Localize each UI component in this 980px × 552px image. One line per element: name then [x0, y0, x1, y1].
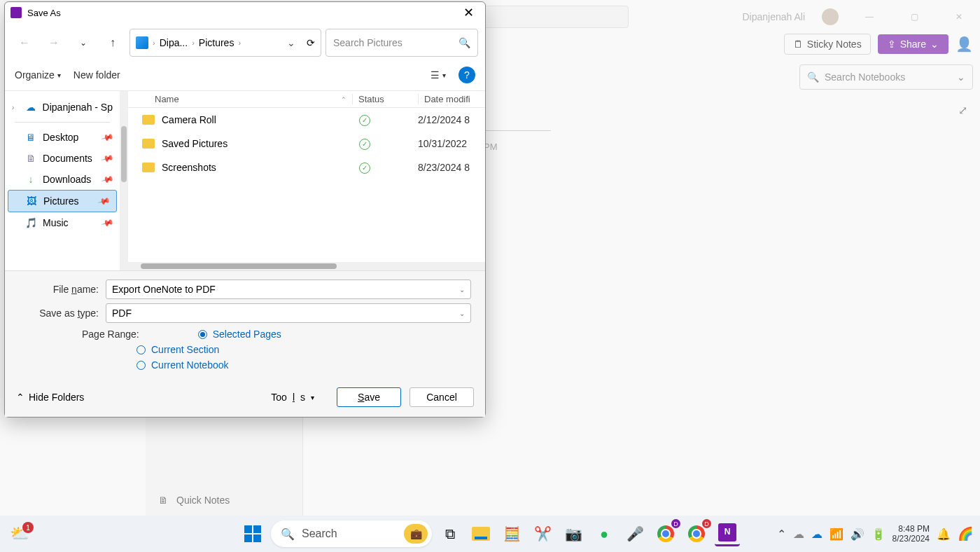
col-name-header[interactable]: Name⌃: [128, 94, 352, 104]
filetype-value: PDF: [112, 308, 132, 319]
refresh-button[interactable]: ⟳: [307, 37, 315, 48]
file-list-scrollbar[interactable]: [128, 262, 485, 270]
nav-forward-button[interactable]: →: [41, 30, 66, 55]
nav-up-button[interactable]: ↑: [100, 30, 125, 55]
share-button[interactable]: ⇪ Share ⌄: [878, 34, 948, 54]
search-highlight-icon: 💼: [404, 524, 428, 544]
tree-onedrive[interactable]: › ☁ Dipanjenah - Sp: [5, 97, 120, 118]
organize-menu[interactable]: Organize ▾: [15, 69, 61, 81]
spotify-button[interactable]: ●: [592, 521, 617, 546]
explorer-button[interactable]: [468, 521, 493, 546]
calculator-button[interactable]: 🧮: [499, 521, 524, 546]
camera-button[interactable]: 📷: [561, 521, 586, 546]
sticky-notes-button[interactable]: 🗒 Sticky Notes: [784, 34, 871, 55]
dialog-close-button[interactable]: ✕: [458, 5, 479, 20]
file-row[interactable]: Camera Roll ✓ 2/12/2024 8: [128, 108, 485, 132]
expand-icon[interactable]: ⤢: [958, 104, 967, 117]
feedback-icon[interactable]: 👤: [955, 36, 973, 53]
snip-button[interactable]: ✂️: [530, 521, 555, 546]
sort-asc-icon: ⌃: [341, 96, 352, 103]
radio-selected-pages[interactable]: Selected Pages: [198, 329, 281, 340]
separator-icon: ›: [153, 39, 155, 47]
radio-icon: [136, 361, 146, 370]
col-status-header[interactable]: Status: [352, 94, 418, 104]
chrome-button-1[interactable]: D: [653, 521, 678, 546]
pin-icon[interactable]: 📌: [97, 194, 111, 208]
file-date: 8/23/2024 8: [418, 162, 485, 173]
radio-current-section[interactable]: Current Section: [136, 344, 471, 355]
pin-icon[interactable]: 📌: [101, 216, 115, 230]
tree-label: Desktop: [43, 132, 78, 143]
downloads-icon: ↓: [24, 173, 37, 186]
minimize-button[interactable]: —: [855, 6, 883, 27]
chrome-button-2[interactable]: D: [684, 521, 709, 546]
tree-documents[interactable]: 🗎 Documents 📌: [5, 148, 120, 169]
volume-icon[interactable]: 🔊: [850, 527, 864, 541]
breadcrumb-part[interactable]: Dipa...: [160, 37, 188, 48]
tree-label: Downloads: [43, 174, 91, 185]
view-menu[interactable]: ☰ ▾: [430, 69, 446, 81]
tree-pictures[interactable]: 🖼 Pictures 📌: [8, 190, 117, 212]
onedrive-icon-2[interactable]: ☁: [811, 527, 822, 541]
save-button[interactable]: Save: [337, 387, 401, 407]
hide-folders-button[interactable]: ⌃ Hide Folders: [16, 392, 84, 403]
wifi-icon[interactable]: 📶: [830, 527, 844, 541]
cancel-button[interactable]: Cancel: [410, 387, 474, 407]
task-view-button[interactable]: ⧉: [438, 521, 463, 546]
help-button[interactable]: ?: [458, 67, 475, 83]
chevron-right-icon[interactable]: ›: [12, 104, 19, 111]
chevron-down-icon[interactable]: ⌄: [459, 286, 465, 294]
maximize-button[interactable]: ▢: [900, 6, 928, 27]
breadcrumb-dropdown[interactable]: ⌄: [287, 37, 295, 48]
radio-icon: [198, 330, 207, 339]
onedrive-icon[interactable]: ☁: [793, 527, 804, 541]
desktop-icon: 🖥: [24, 131, 37, 144]
chevron-down-icon[interactable]: ⌄: [459, 310, 465, 317]
onenote-icon: [10, 7, 22, 18]
copilot-button[interactable]: 🌈: [958, 526, 973, 541]
file-row[interactable]: Saved Pictures ✓ 10/31/2022: [128, 132, 485, 156]
synced-icon: ✓: [359, 163, 370, 174]
start-button[interactable]: [240, 521, 265, 546]
taskbar-search[interactable]: 🔍 Search 💼: [271, 520, 432, 547]
tree-music[interactable]: 🎵 Music 📌: [5, 212, 120, 233]
sticky-label: Sticky Notes: [807, 39, 862, 50]
folder-search-input[interactable]: Search Pictures 🔍: [326, 29, 478, 57]
save-as-dialog: Save As ✕ ← → ⌄ ↑ › Dipa... › Pictures ›…: [4, 1, 486, 418]
quick-notes-button[interactable]: 🗎 Quick Notes: [146, 485, 302, 516]
notifications-button[interactable]: 🔔: [937, 527, 951, 541]
hide-folders-label: Hide Folders: [29, 392, 84, 403]
new-folder-button[interactable]: New folder: [74, 69, 120, 81]
share-icon: ⇪: [888, 39, 896, 50]
file-row[interactable]: Screenshots ✓ 8/23/2024 8: [128, 156, 485, 179]
mic-button[interactable]: 🎤: [622, 521, 648, 546]
pin-icon[interactable]: 📌: [101, 130, 115, 144]
folder-icon: [142, 163, 155, 172]
nav-recent-button[interactable]: ⌄: [71, 30, 96, 55]
breadcrumb[interactable]: › Dipa... › Pictures › ⌄ ⟳: [130, 29, 321, 57]
pin-icon[interactable]: 📌: [101, 172, 115, 186]
radio-current-notebook[interactable]: Current Notebook: [136, 359, 471, 371]
tray-overflow[interactable]: ⌃: [777, 527, 786, 541]
breadcrumb-part[interactable]: Pictures: [199, 37, 234, 48]
nav-back-button[interactable]: ←: [12, 30, 37, 55]
tree-scrollbar[interactable]: [120, 91, 128, 270]
close-button[interactable]: ✕: [945, 6, 973, 27]
filename-input[interactable]: Export OneNote to PDF ⌄: [106, 280, 471, 299]
col-date-header[interactable]: Date modifi: [418, 94, 485, 104]
tools-menu[interactable]: Tools ▾: [271, 392, 314, 403]
battery-icon[interactable]: 🔋: [872, 527, 886, 541]
avatar[interactable]: [822, 8, 839, 25]
filetype-select[interactable]: PDF ⌄: [106, 303, 471, 323]
weather-widget[interactable]: ⛅ 1: [10, 523, 31, 544]
notebook-search[interactable]: 🔍 Search Notebooks: [799, 64, 973, 90]
search-icon: 🔍: [807, 71, 819, 83]
weather-badge: 1: [22, 522, 34, 533]
tree-downloads[interactable]: ↓ Downloads 📌: [5, 169, 120, 190]
nav-tree: › ☁ Dipanjenah - Sp 🖥 Desktop 📌 🗎 Docume…: [5, 91, 120, 270]
pin-icon[interactable]: 📌: [101, 151, 115, 165]
clock[interactable]: 8:48 PM 8/23/2024: [892, 524, 930, 544]
tree-desktop[interactable]: 🖥 Desktop 📌: [5, 127, 120, 148]
tree-label: Dipanjenah - Sp: [43, 102, 113, 113]
onenote-button[interactable]: N: [715, 521, 740, 546]
